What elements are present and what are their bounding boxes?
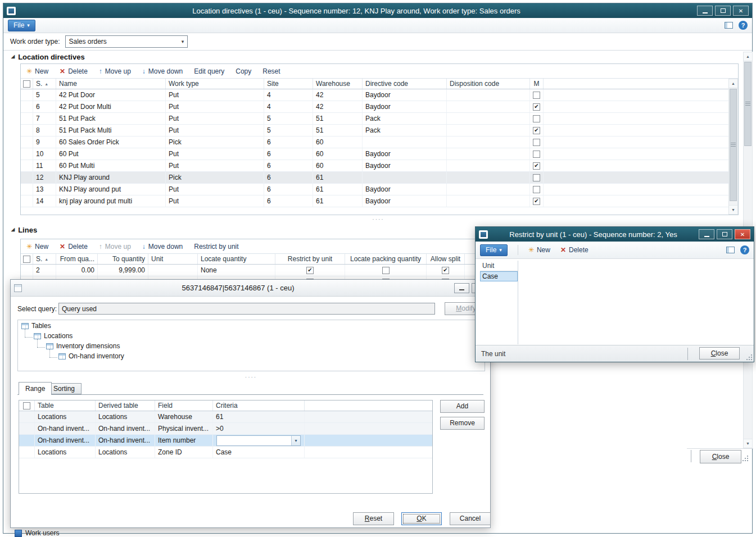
checkbox[interactable] [533,151,540,158]
cell-directive_code[interactable] [363,172,447,183]
minimize-button[interactable] [699,229,714,239]
cell-site[interactable]: 6 [264,148,313,160]
cell-name[interactable]: 51 Put Pack [56,113,166,124]
cell-disposition_code[interactable] [447,148,530,160]
cell-warehouse[interactable]: 60 [313,160,363,171]
cell-site[interactable]: 4 [264,89,313,101]
cell-name[interactable]: 60 Put Multi [56,160,166,171]
checkbox[interactable] [533,92,540,99]
checkbox[interactable] [23,402,30,409]
caret-down-icon[interactable]: ▾ [178,36,187,47]
scrollbar-thumb[interactable] [744,62,752,146]
cell-sel[interactable] [21,265,33,276]
caret-down-icon[interactable]: ▾ [291,436,300,445]
checkbox[interactable] [23,256,30,263]
column-header-sel[interactable] [21,254,33,264]
cell-disposition_code[interactable] [447,172,530,183]
cell-name[interactable]: 60 Put [56,148,166,160]
cell-sel[interactable] [21,125,33,136]
cell-work_type[interactable]: Put [166,148,264,160]
column-header-site[interactable]: Site [264,79,313,89]
cell-sel[interactable] [21,101,33,112]
cell-m[interactable] [530,113,544,124]
cell-m[interactable] [530,136,544,148]
checkbox[interactable] [533,115,540,122]
maximize-button[interactable] [715,6,731,16]
cell-work_type[interactable]: Put [166,160,264,171]
checkbox[interactable]: ✔ [533,127,540,134]
table-row[interactable]: LocationsLocationsZone IDCase [19,447,432,458]
cell-sel[interactable] [21,172,33,183]
new-button[interactable]: ✳New [26,67,48,75]
column-header-disposition_code[interactable]: Disposition code [447,79,530,89]
cell-m[interactable] [530,184,544,195]
scroll-down-icon[interactable]: ▼ [729,205,737,214]
cell-disposition_code[interactable] [447,101,530,112]
cell-filler[interactable] [544,172,728,183]
column-header-filler[interactable] [544,79,728,89]
criteria-combobox[interactable]: ▾ [216,435,301,446]
ok-button[interactable]: OK [401,512,442,525]
column-header-restrict[interactable]: Restrict by unit [275,254,345,264]
tab-range[interactable]: Range [19,382,52,395]
section-lines[interactable]: ◢ Lines [11,226,37,234]
restrict-titlebar[interactable]: Restrict by unit (1 - ceu) - Sequence nu… [476,227,754,242]
column-header-table[interactable]: Table [35,401,96,411]
cell-field[interactable]: Zone ID [155,447,213,458]
cell-name[interactable]: 42 Put Door [56,89,166,101]
cell-locate_qty[interactable]: None [198,265,275,276]
cell-directive_code[interactable]: Baydoor [363,195,447,207]
cell-derived[interactable]: On-hand invent... [96,423,155,434]
main-titlebar[interactable]: Location directives (1 - ceu) - Sequence… [3,3,752,18]
cell-filler[interactable] [544,89,728,101]
checkbox[interactable] [533,174,540,181]
cell-site[interactable]: 4 [264,101,313,112]
table-row[interactable]: 960 Sales Order PickPick660 [21,136,728,148]
tree-item-locations[interactable]: Locations [34,332,73,340]
cell-sel[interactable] [19,423,35,434]
cell-seq[interactable]: 8 [33,125,56,136]
cell-m[interactable]: ✔ [530,125,544,136]
cell-seq[interactable]: 14 [33,195,56,207]
cell-seq[interactable]: 9 [33,136,56,148]
cell-filler[interactable] [305,435,432,446]
cell-seq[interactable]: 6 [33,101,56,112]
cell-work_type[interactable]: Put [166,195,264,207]
resize-grip[interactable] [746,354,753,361]
cell-filler[interactable] [305,447,432,458]
cell-site[interactable]: 6 [264,136,313,148]
cell-locate_packing[interactable] [345,265,427,276]
restrict-by-unit-button[interactable]: Restrict by unit [194,243,238,251]
table-row[interactable]: 14knj play around put multiPut661Baydoor… [21,195,728,207]
column-header-allow_split[interactable]: Allow split [427,254,465,264]
cell-table[interactable]: On-hand invent... [35,435,96,446]
reset-button[interactable]: Reset [262,67,280,75]
column-header-warehouse[interactable]: Warehouse [313,79,363,89]
move-down-button[interactable]: ↓Move down [142,67,183,75]
tree-item-tables[interactable]: Tables [21,322,51,330]
cell-sel[interactable] [21,184,33,195]
new-button[interactable]: ✳New [528,246,550,254]
table-row[interactable]: 542 Put DoorPut442Baydoor [21,89,728,101]
cell-derived[interactable]: Locations [96,411,155,422]
cell-unit[interactable] [148,265,198,276]
checkbox[interactable]: ✔ [533,198,540,205]
checkbox[interactable]: ✔ [533,162,540,170]
cell-name[interactable]: 60 Sales Order Pick [56,136,166,148]
checkbox[interactable] [23,80,30,88]
cell-directive_code[interactable] [363,136,447,148]
cell-disposition_code[interactable] [447,160,530,171]
table-row[interactable]: 12KNJ Play aroundPick661 [21,172,728,184]
cell-work_type[interactable]: Put [166,125,264,136]
column-header-to_qty[interactable]: To quantity [98,254,148,264]
table-row[interactable]: Case [480,271,518,281]
cell-directive_code[interactable]: Pack [363,113,447,124]
cell-field[interactable]: Physical invent... [155,423,213,434]
column-header-unit[interactable]: Unit [480,261,518,271]
help-icon[interactable]: ? [739,21,748,30]
cell-seq[interactable]: 11 [33,160,56,171]
cell-derived[interactable]: On-hand invent... [96,435,155,446]
cell-disposition_code[interactable] [447,184,530,195]
cell-sel[interactable] [21,89,33,101]
cell-filler[interactable] [544,160,728,171]
